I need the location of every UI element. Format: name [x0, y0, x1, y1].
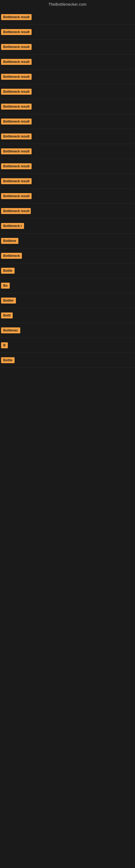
bottleneck-section-18: Bottle [0, 264, 135, 278]
bottleneck-label-20[interactable]: Bottler [1, 298, 16, 304]
bottleneck-label-23[interactable]: B [1, 342, 8, 348]
bottleneck-section-9: Bottleneck result [0, 129, 135, 144]
bottleneck-item-14[interactable]: Bottleneck result [1, 207, 134, 216]
bottleneck-section-12: Bottleneck result [0, 174, 135, 189]
bottleneck-section-4: Bottleneck result [0, 55, 135, 69]
bottleneck-section-1: Bottleneck result [0, 10, 135, 25]
bottleneck-label-15[interactable]: Bottleneck r [1, 223, 24, 229]
bottleneck-item-15[interactable]: Bottleneck r [1, 221, 134, 230]
bottleneck-label-24[interactable]: Bottle [1, 357, 14, 363]
bottleneck-label-4[interactable]: Bottleneck result [1, 59, 32, 65]
bottleneck-section-24: Bottle [0, 353, 135, 368]
bottleneck-label-16[interactable]: Bottlene [1, 238, 18, 244]
bottleneck-section-16: Bottlene [0, 234, 135, 248]
bottleneck-item-10[interactable]: Bottleneck result [1, 147, 134, 156]
bottleneck-label-17[interactable]: Bottleneck [1, 253, 22, 259]
bottleneck-label-2[interactable]: Bottleneck result [1, 29, 32, 35]
bottleneck-item-24[interactable]: Bottle [1, 355, 134, 365]
bottleneck-item-19[interactable]: Bo [1, 281, 134, 290]
bottleneck-item-8[interactable]: Bottleneck result [1, 117, 134, 126]
bottleneck-label-7[interactable]: Bottleneck result [1, 104, 32, 110]
bottleneck-item-16[interactable]: Bottlene [1, 236, 134, 246]
bottleneck-label-1[interactable]: Bottleneck result [1, 14, 32, 20]
bottleneck-section-5: Bottleneck result [0, 69, 135, 84]
bottleneck-item-2[interactable]: Bottleneck result [1, 27, 134, 37]
bottleneck-item-7[interactable]: Bottleneck result [1, 102, 134, 111]
bottleneck-section-22: Bottlenec [0, 323, 135, 338]
bottleneck-section-20: Bottler [0, 293, 135, 308]
bottleneck-section-19: Bo [0, 278, 135, 293]
bottleneck-item-4[interactable]: Bottleneck result [1, 57, 134, 66]
bottleneck-section-11: Bottleneck result [0, 159, 135, 174]
bottleneck-section-2: Bottleneck result [0, 25, 135, 40]
bottleneck-item-13[interactable]: Bottleneck result [1, 191, 134, 201]
bottleneck-label-8[interactable]: Bottleneck result [1, 119, 32, 124]
bottleneck-label-11[interactable]: Bottleneck result [1, 163, 32, 169]
bottleneck-item-9[interactable]: Bottleneck result [1, 132, 134, 141]
bottleneck-section-21: Bottl [0, 308, 135, 323]
bottleneck-label-21[interactable]: Bottl [1, 312, 13, 318]
bottleneck-item-21[interactable]: Bottl [1, 311, 134, 320]
bottleneck-section-7: Bottleneck result [0, 99, 135, 114]
bottleneck-label-14[interactable]: Bottleneck result [1, 208, 31, 214]
bottleneck-item-17[interactable]: Bottleneck [1, 251, 134, 260]
site-title: TheBottlenecker.com [0, 0, 135, 10]
bottleneck-item-11[interactable]: Bottleneck result [1, 162, 134, 171]
bottleneck-section-8: Bottleneck result [0, 114, 135, 129]
bottleneck-section-23: B [0, 338, 135, 353]
bottleneck-label-18[interactable]: Bottle [1, 268, 14, 274]
bottleneck-section-10: Bottleneck result [0, 144, 135, 159]
bottleneck-label-6[interactable]: Bottleneck result [1, 89, 32, 95]
bottleneck-section-14: Bottleneck result [0, 204, 135, 219]
bottleneck-item-23[interactable]: B [1, 341, 134, 350]
bottleneck-item-3[interactable]: Bottleneck result [1, 42, 134, 52]
bottleneck-label-5[interactable]: Bottleneck result [1, 74, 32, 80]
bottleneck-item-5[interactable]: Bottleneck result [1, 72, 134, 82]
bottleneck-section-6: Bottleneck result [0, 84, 135, 99]
bottleneck-label-10[interactable]: Bottleneck result [1, 148, 32, 154]
bottleneck-label-19[interactable]: Bo [1, 283, 10, 289]
bottleneck-list: Bottleneck resultBottleneck resultBottle… [0, 10, 135, 368]
bottleneck-label-9[interactable]: Bottleneck result [1, 133, 32, 140]
bottleneck-label-22[interactable]: Bottlenec [1, 328, 20, 333]
bottleneck-item-6[interactable]: Bottleneck result [1, 87, 134, 96]
bottleneck-item-22[interactable]: Bottlenec [1, 326, 134, 335]
bottleneck-section-15: Bottleneck r [0, 219, 135, 234]
bottleneck-item-18[interactable]: Bottle [1, 266, 134, 275]
bottleneck-item-20[interactable]: Bottler [1, 296, 134, 305]
bottleneck-item-1[interactable]: Bottleneck result [1, 12, 134, 22]
bottleneck-label-12[interactable]: Bottleneck result [1, 178, 32, 184]
bottleneck-label-3[interactable]: Bottleneck result [1, 44, 32, 50]
bottleneck-section-17: Bottleneck [0, 248, 135, 264]
bottleneck-section-3: Bottleneck result [0, 40, 135, 55]
bottleneck-label-13[interactable]: Bottleneck result [1, 193, 32, 199]
bottleneck-item-12[interactable]: Bottleneck result [1, 177, 134, 186]
bottleneck-section-13: Bottleneck result [0, 189, 135, 204]
